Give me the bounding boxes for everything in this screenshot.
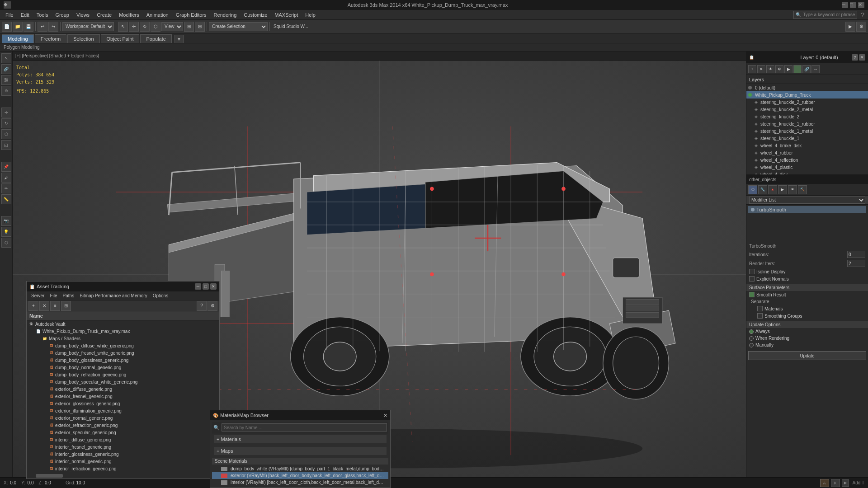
- sb-camera[interactable]: 📷: [1, 216, 11, 226]
- viewport-canvas[interactable]: Total Polys: 384 654 Verts: 215 329 FPS:…: [13, 61, 746, 488]
- list-item[interactable]: ◈ steering_knuckle_2_metal: [746, 106, 868, 113]
- list-item[interactable]: ◈ wheel_4_reflection: [746, 156, 868, 164]
- layer-row-default[interactable]: 0 (default): [746, 84, 868, 91]
- workspace-select[interactable]: Workspace: Default: [62, 22, 114, 31]
- menu-animation[interactable]: Animation: [143, 11, 172, 19]
- update-button[interactable]: Update: [748, 351, 866, 360]
- when-rendering-radio[interactable]: [749, 336, 754, 341]
- at-hscroll[interactable]: [27, 473, 219, 479]
- rp-help[interactable]: ?: [852, 54, 858, 61]
- mb-close[interactable]: ✕: [383, 413, 387, 418]
- list-item[interactable]: 🖼 dump_body_glossiness_generic.png: [27, 357, 219, 364]
- list-item[interactable]: 🖼 dump_body_normal_generic.png: [27, 364, 219, 371]
- list-item[interactable]: 🖼 exterior_glossiness_generic.png: [27, 400, 219, 407]
- sb-select-tool[interactable]: ↖: [1, 53, 11, 63]
- at-tb-new[interactable]: +: [28, 301, 38, 311]
- sb-unlink[interactable]: ⛓: [1, 75, 11, 85]
- list-item[interactable]: 🖼 exterior_normal_generic.png: [27, 414, 219, 422]
- rp-tb-render[interactable]: ▶: [784, 65, 793, 73]
- tab-populate[interactable]: Populate: [140, 34, 171, 43]
- list-item[interactable]: ◈ steering_knuckle_1_rubber: [746, 120, 868, 127]
- tb-redo[interactable]: ↪: [48, 22, 58, 32]
- materials-checkbox[interactable]: [757, 306, 763, 311]
- smoothing-groups-checkbox[interactable]: [757, 313, 763, 319]
- list-item[interactable]: ◈ steering_knuckle_1_metal: [746, 127, 868, 135]
- at-tb-help[interactable]: ?: [197, 301, 207, 311]
- close-button[interactable]: ✕: [858, 2, 864, 8]
- rp-tb-motion[interactable]: ↔: [811, 65, 820, 73]
- modifier-list-select[interactable]: Modifier List: [749, 197, 865, 204]
- render-iters-input[interactable]: [847, 260, 865, 267]
- sb-place[interactable]: 📌: [1, 162, 11, 172]
- tb-mirror[interactable]: ⊞: [184, 22, 194, 32]
- mb-search-input[interactable]: [222, 423, 387, 432]
- tb-new[interactable]: 📄: [2, 22, 12, 32]
- list-item[interactable]: ◈ steering_knuckle_1: [746, 135, 868, 142]
- tb-open[interactable]: 📁: [13, 22, 23, 32]
- sb-pencil[interactable]: ✏: [1, 183, 11, 193]
- help-icon[interactable]: ?: [861, 11, 864, 19]
- menu-help[interactable]: Help: [302, 11, 319, 19]
- tab-freeform[interactable]: Freeform: [35, 34, 67, 43]
- tb-render-setup[interactable]: ⚙: [856, 22, 866, 32]
- list-item[interactable]: ◈ wheel_4_disk: [746, 171, 868, 174]
- list-item[interactable]: ◈ steering_knuckle_2: [746, 113, 868, 120]
- at-menu-bitmap-perf[interactable]: Bitmap Performance and Memory: [77, 292, 150, 299]
- mb-materials-header[interactable]: + Materials: [214, 435, 387, 443]
- menu-maxscript[interactable]: MAXScript: [271, 11, 302, 19]
- tab-modeling[interactable]: Modeling: [2, 34, 34, 43]
- tab-object-paint[interactable]: Object Paint: [101, 34, 140, 43]
- prop-icon-utils[interactable]: 🔨: [798, 185, 807, 194]
- menu-tools[interactable]: Tools: [33, 11, 52, 19]
- list-item[interactable]: 🖼 exterior_specular_generic.png: [27, 429, 219, 436]
- list-item[interactable]: ◈ wheel_4_plastic: [746, 164, 868, 171]
- at-tb-settings[interactable]: ⚙: [208, 301, 217, 311]
- sb-squash[interactable]: ◱: [1, 140, 11, 150]
- at-vault-row[interactable]: 🏛 Autodesk Vault: [27, 320, 219, 328]
- smooth-result-checkbox[interactable]: [749, 292, 755, 297]
- tb-align[interactable]: ⊟: [195, 22, 205, 32]
- sb-geometry[interactable]: ⬡: [1, 238, 11, 248]
- list-item[interactable]: 🖼 dump_body_specular_white_generic.png: [27, 378, 219, 385]
- sb-rotate[interactable]: ↻: [1, 118, 11, 128]
- list-item[interactable]: 🖼 interior_glossiness_generic.png: [27, 450, 219, 458]
- tb-select[interactable]: ↖: [118, 22, 128, 32]
- list-item[interactable]: ◈ wheel_4_brake_disk: [746, 142, 868, 149]
- list-item[interactable]: 🖼 dump_body_refraction_generic.png: [27, 371, 219, 378]
- at-menu-paths[interactable]: Paths: [60, 292, 77, 299]
- prop-icon-modify[interactable]: 🔧: [758, 185, 767, 194]
- at-menu-server[interactable]: Server: [28, 292, 47, 299]
- create-selection-select[interactable]: Create Selection: [209, 22, 268, 31]
- list-item[interactable]: 🖼 interior_normal_generic.png: [27, 458, 219, 465]
- tb-save[interactable]: 💾: [24, 22, 33, 32]
- tab-selection[interactable]: Selection: [67, 34, 99, 43]
- mb-item-3[interactable]: interior (VRayMtl) [back_left_door_cloth…: [212, 479, 388, 486]
- at-tb-delete[interactable]: ✕: [39, 301, 49, 311]
- rp-close[interactable]: ✕: [859, 54, 865, 61]
- tab-more[interactable]: ▼: [175, 35, 184, 43]
- sb-paint[interactable]: 🖌: [1, 173, 11, 183]
- menu-modifiers[interactable]: Modifiers: [115, 11, 143, 19]
- sb-link[interactable]: 🔗: [1, 64, 11, 74]
- list-item[interactable]: 🖼 interior_fresnel_generic.png: [27, 443, 219, 450]
- rp-tb-hide[interactable]: 👁: [766, 65, 774, 73]
- menu-edit[interactable]: Edit: [17, 11, 33, 19]
- menu-file[interactable]: File: [2, 11, 17, 19]
- auto-key-button[interactable]: A: [820, 479, 829, 487]
- at-tb-list[interactable]: ≡: [50, 301, 60, 311]
- menu-create[interactable]: Create: [93, 11, 115, 19]
- at-file-row[interactable]: 📄 White_Pickup_Dump_Truck_max_vray.max: [27, 328, 219, 335]
- minimize-button[interactable]: ─: [842, 2, 848, 8]
- iterations-input[interactable]: [847, 251, 865, 258]
- sb-measure[interactable]: 📏: [1, 194, 11, 204]
- at-menu-file[interactable]: File: [47, 292, 60, 299]
- list-item[interactable]: 🖼 dump_body_diffuse_white_generic.png: [27, 342, 219, 349]
- list-item[interactable]: 🖼 interior_diffuse_generic.png: [27, 436, 219, 443]
- tb-move[interactable]: ✛: [129, 22, 139, 32]
- sb-scale[interactable]: ⬡: [1, 129, 11, 139]
- layer-row-truck[interactable]: White_Pickup_Dump_Truck: [746, 91, 868, 99]
- sb-bind[interactable]: ⊕: [1, 86, 11, 96]
- sb-move[interactable]: ✛: [1, 108, 11, 117]
- list-item[interactable]: 🖼 exterior_illumination_generic.png: [27, 407, 219, 414]
- tb-scale[interactable]: ⬡: [151, 22, 160, 32]
